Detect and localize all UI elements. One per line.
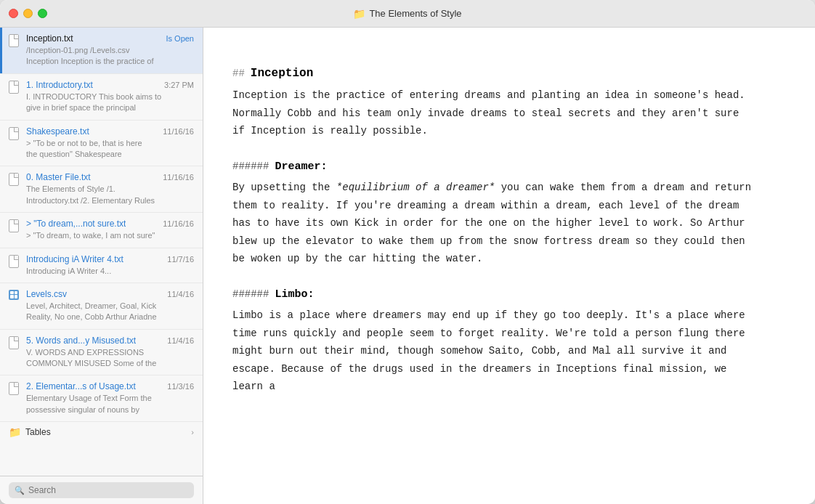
file-icon [9,336,20,351]
traffic-lights [9,9,47,18]
item-meta: 0. Master File.txt 11/16/16 The Elements… [26,172,194,206]
sidebar-item-words[interactable]: 5. Words and...y Misused.txt 11/4/16 V. … [0,330,203,376]
search-input[interactable] [28,485,188,495]
minimize-button[interactable] [23,9,33,18]
sidebar-item-todream[interactable]: > "To dream,...not sure.txt 11/16/16 > "… [0,213,203,248]
item-date: 11/16/16 [163,219,194,228]
heading-inception: ## Inception [232,64,755,84]
item-meta: > "To dream,...not sure.txt 11/16/16 > "… [26,219,194,241]
titlebar: 📁 The Elements of Style [0,0,815,28]
item-meta: Introducing iA Writer 4.txt 11/7/16 Intr… [26,254,194,277]
item-preview: /Inception-01.png /Levels.csv Inception … [26,45,194,68]
heading-hash: ## [232,65,245,83]
folder-icon: 📁 [9,426,21,438]
file-icon [9,382,20,397]
section-dreamer: ###### Dreamer: By upsetting the *equili… [232,158,755,268]
section-body: By upsetting the *equilibrium of a dream… [232,179,755,268]
item-meta: 2. Elementar...s of Usage.txt 11/3/16 El… [26,381,194,415]
heading-title: Dreamer: [275,158,327,176]
file-icon [9,219,20,234]
heading-dreamer: ###### Dreamer: [232,158,755,176]
item-preview: The Elements of Style /1. Introductory.t… [26,184,194,206]
item-name: 2. Elementar...s of Usage.txt [26,381,136,391]
item-date: 3:27 PM [164,81,194,89]
item-meta: 1. Introductory.txt 3:27 PM I. INTRODUCT… [26,80,194,114]
section-inception: ## Inception Inception is the practice o… [232,64,755,140]
editor-content: ## Inception Inception is the practice o… [232,64,755,396]
item-preview: > "To dream, to wake, I am not sure" [26,230,194,241]
search-input-wrap[interactable]: 🔍 [9,482,194,498]
sidebar-list: Inception.txt Is Open /Inception-01.png … [0,28,203,476]
item-preview: I. INTRODUCTORY This book aims to give i… [26,92,194,114]
sidebar-item-masterfile[interactable]: 0. Master File.txt 11/16/16 The Elements… [0,166,203,213]
item-name: 5. Words and...y Misused.txt [26,336,136,346]
item-date: 11/16/16 [163,173,194,182]
item-date: 11/4/16 [167,290,194,298]
item-name: > "To dream,...not sure.txt [26,219,126,229]
item-name: Introducing iA Writer 4.txt [26,254,123,264]
item-date: 11/16/16 [163,127,194,136]
item-date: 11/4/16 [167,336,194,345]
item-date: 11/7/16 [167,255,194,264]
app-window: 📁 The Elements of Style Inception.txt [0,0,815,504]
item-preview: Level, Architect, Dreamer, Goal, Kick Re… [26,301,194,323]
item-name: 1. Introductory.txt [26,80,93,90]
sidebar-item-elementary[interactable]: 2. Elementar...s of Usage.txt 11/3/16 El… [0,375,203,422]
sidebar: Inception.txt Is Open /Inception-01.png … [0,28,203,504]
sidebar-item-introductory[interactable]: 1. Introductory.txt 3:27 PM I. INTRODUCT… [0,74,203,121]
item-preview: Introducing iA Writer 4... [26,266,194,277]
item-meta: Shakespeare.txt 11/16/16 > "To be or not… [26,126,194,160]
item-preview: > "To be or not to be, that is here the … [26,138,194,160]
editor[interactable]: ## Inception Inception is the practice o… [203,28,815,504]
item-preview: V. WORDS AND EXPRESSIONS COMMONLY MISUSE… [26,347,194,370]
item-name: Shakespeare.txt [26,126,89,137]
file-icon [9,173,20,187]
item-name: Levels.csv [26,289,67,299]
item-name: Inception.txt [26,33,73,44]
sidebar-search-area: 🔍 [0,476,203,504]
sidebar-folder-tables[interactable]: 📁 Tables › [0,422,203,442]
item-meta: 5. Words and...y Misused.txt 11/4/16 V. … [26,336,194,370]
sidebar-item-inception[interactable]: Inception.txt Is Open /Inception-01.png … [0,28,203,74]
heading-hash: ###### [232,158,269,176]
heading-title: Limbo: [275,285,314,304]
section-body: Inception is the practice of entering dr… [232,86,755,140]
file-icon [9,34,20,49]
search-icon: 🔍 [15,486,25,495]
sidebar-item-shakespeare[interactable]: Shakespeare.txt 11/16/16 > "To be or not… [0,121,203,167]
heading-hash: ###### [232,286,269,304]
grid-file-icon [9,290,20,304]
folder-icon: 📁 [353,8,365,20]
folder-label: Tables [25,427,51,437]
sidebar-item-levels[interactable]: Levels.csv 11/4/16 Level, Architect, Dre… [0,283,203,330]
section-limbo: ###### Limbo: Limbo is a place where dre… [232,285,755,396]
item-meta: Inception.txt Is Open /Inception-01.png … [26,33,194,68]
chevron-right-icon: › [191,428,194,436]
main-content: Inception.txt Is Open /Inception-01.png … [0,28,815,504]
heading-title: Inception [251,64,313,84]
heading-limbo: ###### Limbo: [232,285,755,304]
sidebar-item-iawriter[interactable]: Introducing iA Writer 4.txt 11/7/16 Intr… [0,248,203,283]
file-icon [9,255,20,269]
item-name: 0. Master File.txt [26,172,91,182]
window-title: 📁 The Elements of Style [353,8,461,20]
file-icon [9,81,20,95]
item-date: Is Open [166,34,194,43]
section-body: Limbo is a place where dreamers may end … [232,306,755,396]
close-button[interactable] [9,9,18,18]
file-icon [9,127,20,142]
maximize-button[interactable] [38,9,47,18]
item-date: 11/3/16 [167,382,194,391]
item-meta: Levels.csv 11/4/16 Level, Architect, Dre… [26,289,194,323]
item-preview: Elementary Usage of Text Form the posses… [26,393,194,415]
